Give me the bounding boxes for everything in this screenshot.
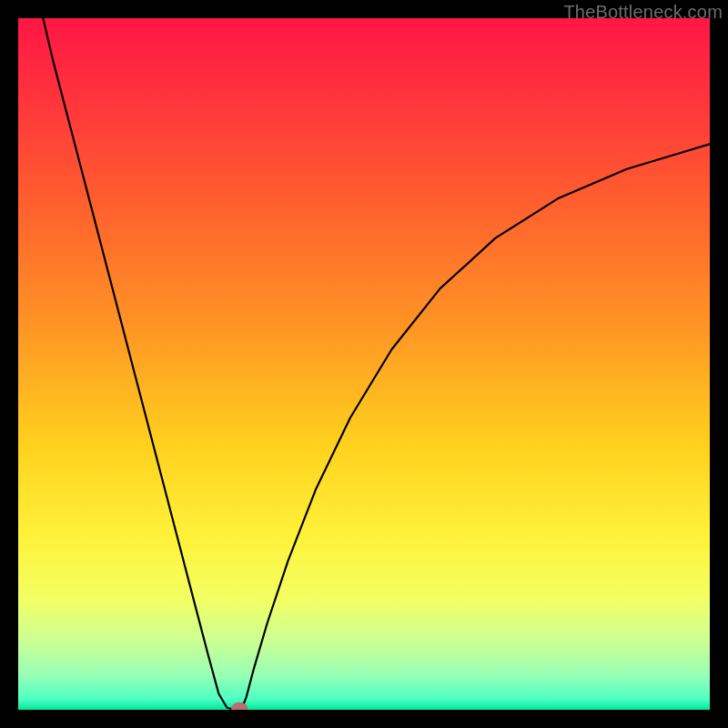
watermark-text: TheBottleneck.com <box>563 2 723 23</box>
chart-frame <box>18 18 710 710</box>
chart-svg <box>18 18 710 710</box>
gradient-background <box>18 18 710 710</box>
